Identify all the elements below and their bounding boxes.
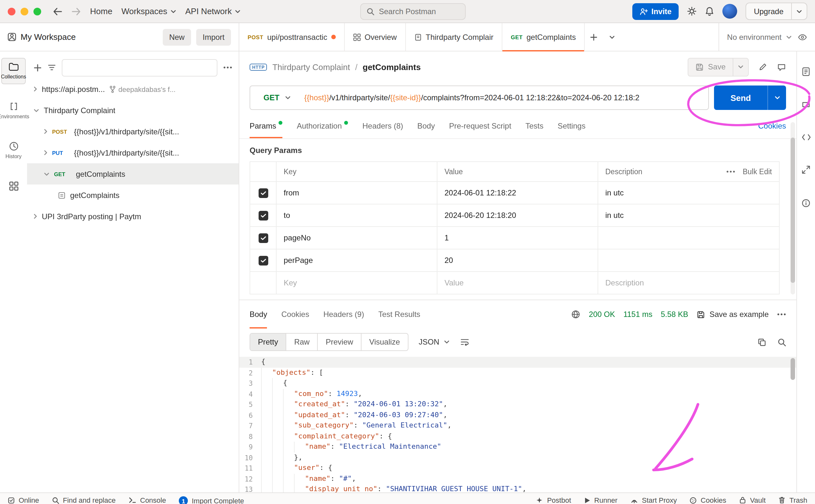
info-icon[interactable]	[801, 199, 810, 208]
start-proxy-button[interactable]: Start Proxy	[630, 496, 677, 504]
back-arrow-icon[interactable]	[53, 7, 62, 15]
tree-item-post-request[interactable]: POST {{host}}/v1/thirdparty/site/{{sit..…	[27, 121, 239, 142]
param-value-placeholder[interactable]: Value	[437, 272, 598, 294]
documentation-icon[interactable]	[801, 67, 810, 77]
bulk-edit-button[interactable]: Bulk Edit	[743, 168, 772, 175]
tree-item-put-request[interactable]: PUT {{host}}/v1/thirdparty/site/{{sit...	[27, 142, 239, 163]
close-window-button[interactable]	[8, 7, 15, 15]
new-button[interactable]: New	[163, 29, 191, 45]
param-checkbox[interactable]	[258, 256, 268, 265]
online-status[interactable]: Online	[8, 496, 39, 504]
global-search-input[interactable]: Search Postman	[360, 3, 466, 20]
tab-tests[interactable]: Tests	[526, 113, 544, 138]
invite-button[interactable]: Invite	[632, 3, 679, 20]
param-value[interactable]: 1	[437, 227, 598, 249]
param-checkbox[interactable]	[258, 188, 268, 198]
tab-response-headers[interactable]: Headers (9)	[323, 300, 364, 329]
rename-pencil-icon[interactable]	[758, 62, 767, 71]
save-as-example-button[interactable]: Save as example	[697, 310, 769, 319]
postbot-button[interactable]: Postbot	[536, 496, 571, 504]
cookies-button[interactable]: Cookies	[690, 496, 727, 504]
code-snippet-icon[interactable]	[801, 134, 811, 141]
code-line[interactable]: 4"com_no": 14923,	[239, 389, 796, 399]
param-checkbox[interactable]	[258, 211, 268, 220]
code-line[interactable]: 6"updated_at": "2024-06-03 09:27:40",	[239, 410, 796, 420]
tab-options-chevron[interactable]	[603, 23, 621, 51]
notifications-bell-icon[interactable]	[705, 6, 714, 16]
save-button[interactable]: Save	[687, 58, 749, 76]
chevron-down-icon[interactable]	[44, 172, 50, 176]
tree-item-example[interactable]: getComplaints	[27, 185, 239, 206]
chevron-right-icon[interactable]	[44, 150, 48, 156]
upgrade-button[interactable]: Upgrade	[746, 3, 807, 20]
code-line[interactable]: 2"objects": [	[239, 367, 796, 378]
response-scrollbar-thumb[interactable]	[791, 358, 795, 380]
chevron-down-icon[interactable]	[33, 108, 39, 112]
params-more-icon[interactable]	[726, 170, 735, 173]
tab-overview[interactable]: Overview	[344, 23, 405, 51]
import-complete-notice[interactable]: 1 Import Complete	[179, 496, 244, 504]
response-body-viewer[interactable]: 1{2"objects": [3{4"com_no": 14923,5"crea…	[239, 355, 796, 494]
format-select[interactable]: JSON	[416, 337, 452, 347]
new-tab-button[interactable]	[585, 23, 603, 51]
tab-getcomplaints[interactable]: GET getComplaints	[503, 23, 585, 51]
param-key[interactable]: perPage	[276, 249, 437, 271]
param-checkbox[interactable]	[258, 233, 268, 243]
tab-response-body[interactable]: Body	[249, 300, 267, 329]
copy-icon[interactable]	[758, 338, 766, 346]
page-title[interactable]: getComplaints	[363, 62, 421, 72]
code-line[interactable]: 10},	[239, 452, 796, 463]
forward-arrow-icon[interactable]	[71, 7, 81, 15]
tab-response-cookies[interactable]: Cookies	[281, 300, 309, 329]
code-line[interactable]: 3{	[239, 378, 796, 389]
code-line[interactable]: 12"name": "#",	[239, 473, 796, 484]
environment-selector[interactable]: No environment	[727, 32, 792, 41]
workspace-switcher[interactable]: My Workspace	[8, 32, 76, 42]
param-key-placeholder[interactable]: Key	[276, 272, 437, 294]
environment-quick-look-icon[interactable]	[798, 34, 807, 40]
wrap-lines-icon[interactable]	[460, 338, 470, 346]
response-size[interactable]: 5.58 KB	[661, 310, 688, 319]
view-pretty[interactable]: Pretty	[250, 334, 286, 350]
trash-button[interactable]: Trash	[779, 496, 807, 504]
runner-button[interactable]: Runner	[584, 496, 618, 504]
response-time[interactable]: 1151 ms	[623, 310, 652, 319]
tab-body[interactable]: Body	[418, 113, 435, 138]
scrollbar-thumb[interactable]	[791, 138, 795, 283]
sidebar-rail-collections[interactable]: Collections	[1, 58, 26, 84]
zoom-window-button[interactable]	[33, 7, 41, 15]
param-description[interactable]	[598, 249, 779, 271]
tab-settings[interactable]: Settings	[558, 113, 586, 138]
sidebar-rail-more-tools[interactable]	[1, 177, 26, 195]
cookies-link[interactable]: Cookies	[758, 121, 786, 130]
comments-icon[interactable]	[801, 101, 810, 109]
find-and-replace[interactable]: Find and replace	[52, 496, 116, 504]
minimize-window-button[interactable]	[21, 7, 28, 15]
tree-more-icon[interactable]	[223, 66, 232, 69]
view-visualize[interactable]: Visualize	[361, 334, 408, 350]
param-description[interactable]: in utc	[598, 182, 779, 204]
url-input[interactable]: {{host}}/v1/thirdparty/site/{{site-id}}/…	[304, 93, 708, 102]
breadcrumb-collection[interactable]: Thirdparty Complaint	[272, 62, 350, 72]
method-select[interactable]: GET	[250, 93, 304, 102]
code-line[interactable]: 5"created_at": "2024-06-01 13:20:32",	[239, 399, 796, 410]
upgrade-chevron-icon[interactable]	[791, 3, 807, 19]
sidebar-rail-environments[interactable]: Environments	[1, 97, 26, 124]
avatar[interactable]	[722, 4, 737, 19]
view-preview[interactable]: Preview	[317, 334, 361, 350]
api-network-menu[interactable]: API Network	[185, 6, 241, 16]
tab-thirdparty-complaint[interactable]: Thirdparty Complair	[406, 23, 503, 51]
tab-authorization[interactable]: Authorization	[297, 113, 348, 138]
tree-item-get-request[interactable]: GET getComplaints	[27, 163, 239, 185]
workspaces-menu[interactable]: Workspaces	[121, 6, 176, 16]
send-button[interactable]: Send	[714, 85, 786, 110]
param-key[interactable]: to	[276, 204, 437, 226]
tab-headers[interactable]: Headers (8)	[362, 113, 403, 138]
expand-icon[interactable]	[801, 165, 810, 174]
console-button[interactable]: Console	[129, 496, 166, 504]
network-globe-icon[interactable]	[572, 310, 581, 319]
comments-icon[interactable]	[777, 63, 786, 71]
chevron-right-icon[interactable]	[33, 86, 37, 92]
save-options-chevron[interactable]	[733, 58, 748, 76]
param-value[interactable]: 2024-06-01 12:18:22	[437, 182, 598, 204]
